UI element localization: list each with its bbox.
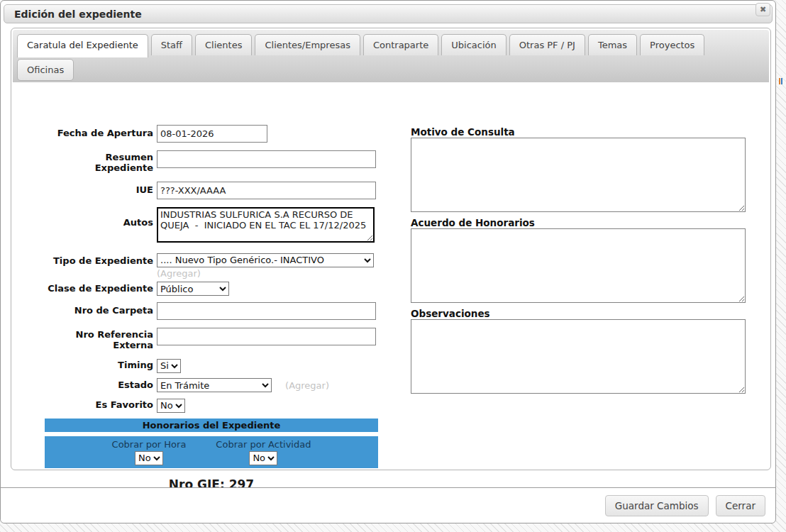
motivo-consulta-label: Motivo de Consulta [411, 126, 746, 138]
tab-contraparte[interactable]: Contraparte [363, 34, 438, 55]
dialog-title: Edición del expediente [14, 9, 142, 20]
cobrar-por-actividad-label: Cobrar por Actividad [216, 439, 311, 450]
acuerdo-honorarios-textarea[interactable] [411, 228, 746, 303]
iue-label: IUE [40, 182, 157, 195]
autos-label: Autos [40, 207, 157, 228]
fecha-apertura-input[interactable] [157, 125, 267, 143]
estado-label: Estado [40, 378, 157, 390]
form-left-column: Fecha de Apertura Resumen Expediente IUE… [40, 125, 383, 492]
honorarios-body: Cobrar por Hora No Cobrar por Actividad … [45, 436, 378, 468]
tab-ubicacion[interactable]: Ubicación [441, 34, 506, 55]
tipo-expediente-select[interactable]: .... Nuevo Tipo Genérico.- INACTIVO [157, 253, 374, 267]
tab-clientes[interactable]: Clientes [195, 34, 252, 55]
cobrar-por-hora-group: Cobrar por Hora No [112, 439, 187, 468]
edit-expediente-dialog: Edición del expediente ✖ Caratula del Ex… [0, 0, 776, 523]
estado-select[interactable]: En Trámite [157, 378, 272, 392]
field-row-clase-expediente: Clase de Expediente Público [40, 282, 383, 297]
motivo-consulta-textarea[interactable] [411, 138, 746, 212]
field-row-estado: Estado En Trámite (Agregar) [40, 378, 383, 393]
background-artifact [779, 78, 782, 84]
tab-row-1: Caratula del ExpedienteStaffClientesClie… [17, 34, 769, 57]
field-row-resumen: Resumen Expediente [40, 150, 383, 173]
nro-carpeta-label: Nro de Carpeta [40, 302, 157, 316]
close-icon[interactable]: ✖ [755, 3, 770, 16]
tab-staff[interactable]: Staff [151, 34, 192, 55]
clase-expediente-label: Clase de Expediente [40, 282, 157, 294]
field-row-nro-carpeta: Nro de Carpeta [40, 302, 383, 320]
cobrar-por-hora-select[interactable]: No [135, 451, 163, 465]
observaciones-label: Observaciones [411, 308, 746, 319]
resumen-input[interactable] [157, 150, 376, 168]
tab-caratula-del-expediente[interactable]: Caratula del Expediente [17, 34, 148, 57]
tab-oficinas[interactable]: Oficinas [17, 59, 74, 81]
field-row-fecha-apertura: Fecha de Apertura [40, 125, 383, 143]
dialog-button-pane: Guardar Cambios Cerrar [1, 487, 775, 523]
tipo-agregar-link[interactable]: (Agregar) [157, 268, 383, 279]
tab-row-2: Oficinas [17, 59, 769, 81]
guardar-cambios-button[interactable]: Guardar Cambios [605, 495, 709, 516]
es-favorito-label: Es Favorito [40, 398, 157, 410]
resumen-label: Resumen Expediente [40, 150, 157, 173]
ref-externa-input[interactable] [157, 328, 376, 345]
field-row-ref-externa: Nro Referencia Externa [40, 328, 383, 350]
tab-clientes-empresas[interactable]: Clientes/Empresas [255, 34, 360, 55]
estado-agregar-link[interactable]: (Agregar) [285, 380, 329, 391]
form-right-column: Motivo de Consulta Acuerdo de Honorarios… [411, 126, 746, 394]
tab-nav: Caratula del ExpedienteStaffClientesClie… [13, 30, 769, 82]
tab-proyectos[interactable]: Proyectos [640, 34, 704, 55]
cobrar-por-actividad-select[interactable]: No [249, 451, 277, 465]
timing-label: Timing [40, 358, 157, 370]
honorarios-section: Honorarios del Expediente Cobrar por Hor… [45, 419, 378, 468]
iue-input[interactable] [157, 182, 376, 199]
tabs-widget: Caratula del ExpedienteStaffClientesClie… [11, 28, 771, 470]
field-row-tipo-expediente: Tipo de Expediente .... Nuevo Tipo Genér… [40, 253, 383, 279]
cerrar-button[interactable]: Cerrar [716, 495, 765, 516]
tipo-expediente-label: Tipo de Expediente [40, 253, 157, 266]
observaciones-textarea[interactable] [411, 319, 746, 394]
fecha-apertura-label: Fecha de Apertura [40, 125, 157, 138]
cobrar-por-actividad-group: Cobrar por Actividad No [216, 439, 311, 468]
nro-carpeta-input[interactable] [157, 302, 376, 320]
ref-externa-label: Nro Referencia Externa [40, 328, 157, 350]
field-row-timing: Timing Si [40, 358, 383, 373]
tab-otras-pf-pj[interactable]: Otras PF / PJ [509, 34, 585, 55]
field-row-es-favorito: Es Favorito No [40, 398, 383, 413]
dialog-titlebar: Edición del expediente [4, 4, 773, 23]
acuerdo-honorarios-label: Acuerdo de Honorarios [411, 217, 746, 228]
cobrar-por-hora-label: Cobrar por Hora [112, 439, 187, 450]
honorarios-title: Honorarios del Expediente [45, 419, 378, 432]
timing-select[interactable]: Si [157, 359, 181, 373]
tab-temas[interactable]: Temas [588, 34, 637, 55]
es-favorito-select[interactable]: No [157, 399, 185, 413]
field-row-iue: IUE [40, 182, 383, 199]
field-row-autos: Autos INDUSTRIAS SULFURICA S.A RECURSO D… [40, 207, 383, 245]
clase-expediente-select[interactable]: Público [157, 282, 229, 296]
autos-textarea[interactable]: INDUSTRIAS SULFURICA S.A RECURSO DE QUEJ… [157, 207, 375, 243]
